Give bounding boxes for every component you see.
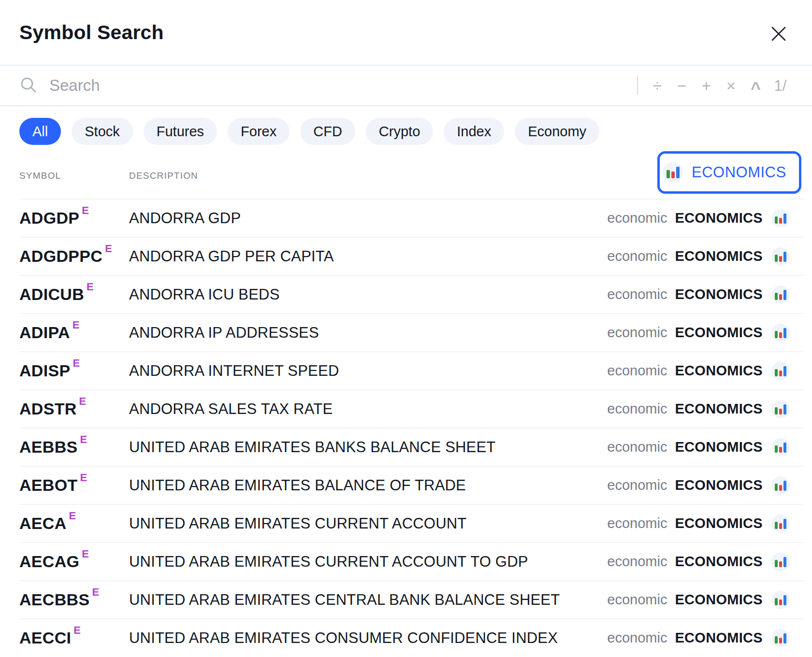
- economics-source-filter-button[interactable]: ECONOMICS: [657, 151, 801, 194]
- economy-flag: E: [87, 281, 94, 293]
- expression-controls: ÷ − + × ^ 1/: [637, 76, 793, 95]
- table-row[interactable]: AEBBSEUNITED ARAB EMIRATES BANKS BALANCE…: [19, 428, 804, 466]
- symbol-description: ANDORRA SALES TAX RATE: [129, 400, 607, 418]
- symbol-type: economic: [607, 477, 667, 493]
- symbol-description: UNITED ARAB EMIRATES CENTRAL BANK BALANC…: [129, 591, 607, 609]
- symbol-type: economic: [607, 325, 667, 341]
- economics-chart-icon: [771, 247, 790, 266]
- search-icon: [19, 76, 38, 95]
- divide-icon[interactable]: ÷: [645, 78, 669, 94]
- symbol-source: ECONOMICS: [675, 554, 763, 570]
- economics-chart-icon: [771, 553, 790, 571]
- symbol-type: economic: [607, 439, 667, 455]
- symbol-text: ADGDPPC: [19, 247, 102, 265]
- economics-chart-icon: [771, 438, 790, 457]
- filter-pill-economy[interactable]: Economy: [515, 118, 599, 145]
- table-row[interactable]: ADGDPEANDORRA GDPeconomicECONOMICS: [19, 199, 804, 237]
- symbol-text: ADSTR: [19, 400, 77, 418]
- symbol-description: ANDORRA IP ADDRESSES: [129, 324, 607, 342]
- symbol-source: ECONOMICS: [675, 363, 763, 379]
- table-row[interactable]: AECCIEUNITED ARAB EMIRATES CONSUMER CONF…: [19, 618, 804, 657]
- symbol-source: ECONOMICS: [675, 210, 763, 226]
- economy-flag: E: [80, 433, 87, 445]
- economics-chart-icon: [771, 209, 790, 228]
- table-row[interactable]: AECAEUNITED ARAB EMIRATES CURRENT ACCOUN…: [19, 504, 804, 542]
- economy-flag: E: [73, 624, 81, 636]
- symbol-text: AECCI: [19, 628, 71, 647]
- close-button[interactable]: [769, 25, 788, 43]
- symbol-source: ECONOMICS: [675, 286, 763, 302]
- symbol-description: ANDORRA ICU BEDS: [129, 286, 607, 303]
- symbol-source: ECONOMICS: [675, 325, 763, 341]
- search-input[interactable]: [48, 76, 637, 95]
- symbol-type: economic: [607, 630, 667, 646]
- minus-icon[interactable]: −: [669, 78, 694, 94]
- symbol-text: ADISP: [19, 361, 70, 380]
- economics-chart-icon: [771, 629, 790, 647]
- symbol-type: economic: [607, 248, 667, 264]
- page-title: Symbol Search: [19, 21, 164, 44]
- symbol-text: AECAG: [19, 552, 79, 571]
- symbol-source: ECONOMICS: [675, 439, 763, 455]
- table-row[interactable]: AECAGEUNITED ARAB EMIRATES CURRENT ACCOU…: [19, 542, 804, 580]
- symbol-type: economic: [607, 363, 667, 379]
- search-bar: ÷ − + × ^ 1/: [0, 66, 812, 106]
- asset-type-filters: AllStockFuturesForexCFDCryptoIndexEconom…: [0, 106, 812, 145]
- economy-flag: E: [80, 471, 87, 484]
- symbol-type: economic: [607, 515, 667, 531]
- controls-divider: [637, 76, 638, 95]
- filter-pill-futures[interactable]: Futures: [144, 118, 217, 145]
- symbol-source: ECONOMICS: [675, 592, 763, 608]
- symbol-search-dialog: Symbol Search ÷ − + × ^ 1/ AllStockFutur…: [0, 0, 812, 657]
- economics-chart-icon: [771, 591, 790, 609]
- economy-flag: E: [79, 395, 87, 407]
- column-header-description: DESCRIPTION: [129, 171, 198, 181]
- economics-chart-icon: [771, 286, 790, 304]
- symbol-type: economic: [607, 286, 667, 302]
- multiply-icon[interactable]: ×: [719, 78, 743, 94]
- symbol-text: AECA: [19, 514, 67, 532]
- table-row[interactable]: ADGDPPCEANDORRA GDP PER CAPITAeconomicEC…: [19, 237, 804, 275]
- table-row[interactable]: ADICUBEANDORRA ICU BEDSeconomicECONOMICS: [19, 275, 804, 313]
- symbol-type: economic: [607, 401, 667, 417]
- symbol-text: ADICUB: [19, 285, 84, 303]
- economy-flag: E: [82, 548, 89, 560]
- chevron-down-icon: [795, 169, 796, 176]
- plus-icon[interactable]: +: [694, 78, 719, 94]
- filter-pill-all[interactable]: All: [19, 118, 61, 145]
- fraction-icon[interactable]: 1/: [768, 78, 793, 93]
- table-row[interactable]: AEBOTEUNITED ARAB EMIRATES BALANCE OF TR…: [19, 466, 804, 504]
- filter-pill-forex[interactable]: Forex: [228, 118, 290, 145]
- symbol-description: UNITED ARAB EMIRATES BANKS BALANCE SHEET: [129, 439, 607, 456]
- symbol-text: AEBBS: [19, 438, 78, 456]
- economy-flag: E: [82, 204, 89, 216]
- close-icon: [770, 26, 787, 42]
- caret-up-icon[interactable]: ^: [743, 80, 768, 97]
- economy-flag: E: [69, 510, 76, 522]
- column-header-symbol: SYMBOL: [19, 171, 129, 181]
- symbol-description: UNITED ARAB EMIRATES BALANCE OF TRADE: [129, 477, 607, 494]
- economy-flag: E: [72, 319, 80, 331]
- symbol-type: economic: [607, 592, 667, 608]
- economics-chart-icon: [771, 324, 790, 342]
- economy-flag: E: [105, 243, 112, 255]
- filter-pill-stock[interactable]: Stock: [72, 118, 133, 145]
- table-row[interactable]: AECBBSEUNITED ARAB EMIRATES CENTRAL BANK…: [19, 580, 804, 618]
- economy-flag: E: [92, 586, 99, 598]
- economy-flag: E: [72, 357, 80, 369]
- source-filter-label: ECONOMICS: [692, 164, 786, 181]
- symbol-description: ANDORRA GDP PER CAPITA: [129, 248, 607, 265]
- title-bar: Symbol Search: [0, 0, 812, 66]
- symbol-text: ADIPA: [19, 323, 70, 342]
- table-row[interactable]: ADIPAEANDORRA IP ADDRESSESeconomicECONOM…: [19, 313, 804, 351]
- filter-pill-crypto[interactable]: Crypto: [366, 118, 433, 145]
- economics-chart-icon: [771, 514, 790, 533]
- table-row[interactable]: ADSTREANDORRA SALES TAX RATEeconomicECON…: [19, 389, 804, 428]
- filter-pill-index[interactable]: Index: [444, 118, 504, 145]
- symbol-description: ANDORRA GDP: [129, 210, 607, 227]
- symbol-source: ECONOMICS: [675, 515, 763, 531]
- symbol-source: ECONOMICS: [675, 477, 763, 493]
- filter-pill-cfd[interactable]: CFD: [300, 118, 355, 145]
- table-row[interactable]: ADISPEANDORRA INTERNET SPEEDeconomicECON…: [19, 351, 804, 389]
- economics-chart-icon: [771, 476, 790, 495]
